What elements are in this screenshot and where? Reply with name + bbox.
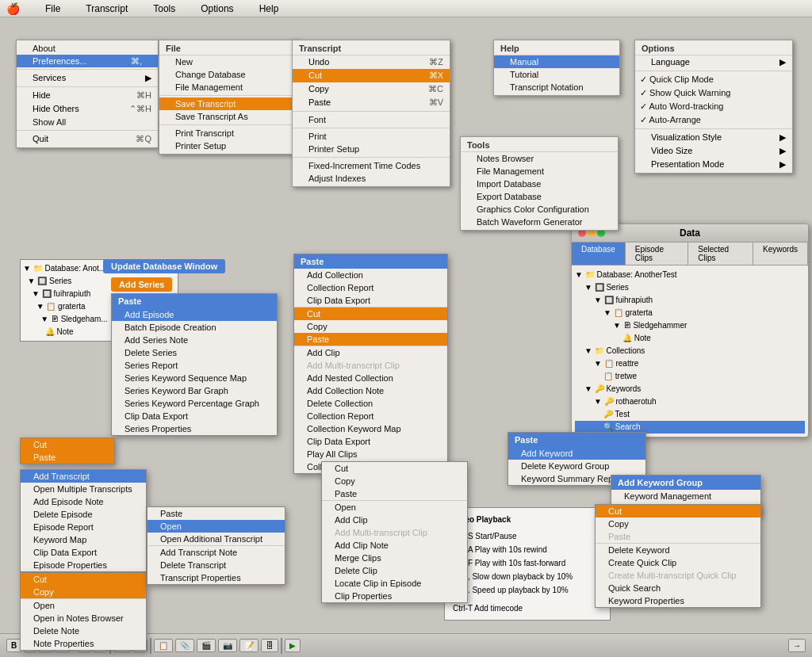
apple-menu-icon[interactable]: 🍎: [6, 2, 20, 15]
note-copy[interactable]: Copy: [21, 586, 146, 598]
collections-clip-export[interactable]: Clip Data Export: [294, 294, 447, 307]
file-save-transcript[interactable]: Save Transcript: [159, 97, 297, 110]
clip-cut[interactable]: Cut: [322, 462, 467, 475]
collections-cut[interactable]: Cut: [294, 307, 447, 320]
file-menu[interactable]: File: [39, 2, 67, 16]
options-language[interactable]: Language▶: [635, 55, 792, 69]
toolbar-film[interactable]: 🎬: [197, 639, 216, 652]
collections-paste[interactable]: Paste: [294, 333, 447, 346]
db-tree-tretwe[interactable]: 📋 tretwe: [575, 370, 805, 383]
series-add-episode[interactable]: Add Episode: [112, 308, 277, 321]
toolbar-right-arrow[interactable]: →: [788, 639, 806, 652]
episode-kw-map[interactable]: Keyword Map: [21, 533, 146, 546]
file-print[interactable]: Print Transcript: [159, 127, 297, 139]
help-manual[interactable]: Manual: [494, 55, 619, 68]
clip-open[interactable]: Open: [322, 501, 467, 514]
show-all-item[interactable]: Show All: [17, 116, 158, 128]
options-auto-word-tracking[interactable]: Auto Word-tracking: [635, 100, 792, 113]
transcript-add-note[interactable]: Add Transcript Note: [147, 546, 285, 559]
transcript-open-additional[interactable]: Open Additional Transcript: [147, 533, 285, 545]
kw-cut[interactable]: Cut: [596, 505, 760, 518]
collections-add-clip[interactable]: Add Clip: [294, 346, 447, 359]
kw-add-keyword[interactable]: Add Keyword: [508, 447, 645, 460]
clip-properties[interactable]: Clip Properties: [322, 590, 467, 602]
services-item[interactable]: Services▶: [17, 71, 158, 85]
collections-report2[interactable]: Collection Report: [294, 410, 447, 422]
kw-copy[interactable]: Copy: [596, 518, 760, 530]
episode-add-note[interactable]: Add Episode Note: [21, 495, 146, 508]
collections-add-note[interactable]: Add Collection Note: [294, 384, 447, 397]
options-presentation-mode[interactable]: Presentation Mode▶: [635, 158, 792, 171]
db-tree-graterta[interactable]: ▼ 📋 graterta: [575, 307, 805, 319]
transcript-font[interactable]: Font: [293, 113, 450, 126]
episode-properties[interactable]: Episode Properties: [21, 559, 146, 571]
episode-paste[interactable]: Paste: [21, 451, 114, 464]
note-delete[interactable]: Delete Note: [21, 625, 146, 637]
note-properties[interactable]: Note Properties: [21, 637, 146, 650]
clip-merge[interactable]: Merge Clips: [322, 552, 467, 564]
help-tutorial[interactable]: Tutorial: [494, 68, 619, 81]
toolbar-db[interactable]: 🗄: [261, 639, 278, 652]
db-tree-note[interactable]: 🔔 Note: [575, 332, 805, 345]
collections-kw-map[interactable]: Collection Keyword Map: [294, 422, 447, 435]
series-batch-episode[interactable]: Batch Episode Creation: [112, 321, 277, 334]
series-clip-export[interactable]: Clip Data Export: [112, 410, 277, 422]
collections-play-all[interactable]: Play All Clips: [294, 448, 447, 460]
options-menu[interactable]: Options: [194, 2, 239, 16]
db-tree-test[interactable]: 🔑 Test: [575, 408, 805, 421]
tools-file-mgmt[interactable]: File Management: [461, 165, 618, 178]
series-delete[interactable]: Delete Series: [112, 346, 277, 359]
file-save-as[interactable]: Save Transcript As: [159, 110, 297, 123]
transcript-menu[interactable]: Transcript: [79, 2, 134, 16]
add-series-btn[interactable]: Add Series: [111, 277, 172, 292]
tab-episode-clips[interactable]: Episode Clips: [626, 243, 688, 265]
clip-add-clip[interactable]: Add Clip: [322, 514, 467, 526]
tab-database[interactable]: Database: [572, 243, 626, 265]
toolbar-note[interactable]: 📝: [239, 639, 259, 652]
episode-add-transcript[interactable]: Add Transcript: [21, 470, 146, 483]
transcript-copy[interactable]: Copy⌘C: [293, 82, 450, 96]
hide-item[interactable]: Hide⌘H: [17, 89, 158, 102]
transcript-printer-setup[interactable]: Printer Setup: [293, 143, 450, 155]
series-properties[interactable]: Series Properties: [112, 422, 277, 435]
tab-selected-clips[interactable]: Selected Clips: [688, 243, 753, 265]
db-tree-fuihrapiuth[interactable]: ▼ 🔲 fuihrapiuth: [575, 294, 805, 307]
collections-report[interactable]: Collection Report: [294, 281, 447, 294]
note-cut[interactable]: Cut: [21, 573, 146, 586]
tools-notes-browser[interactable]: Notes Browser: [461, 152, 618, 165]
db-tree-database[interactable]: ▼ 📁 Database: AnotherTest: [575, 269, 805, 281]
options-show-quick-warning[interactable]: Show Quick Warning: [635, 86, 792, 100]
clip-add-note[interactable]: Add Clip Note: [322, 539, 467, 552]
options-video-size[interactable]: Video Size▶: [635, 144, 792, 158]
kw-management[interactable]: Keyword Management: [611, 490, 760, 502]
file-printer-setup[interactable]: Printer Setup: [159, 139, 297, 152]
transcript-paste[interactable]: Paste⌘V: [293, 96, 450, 109]
options-viz-style[interactable]: Visualization Style▶: [635, 131, 792, 144]
tools-batch-waveform[interactable]: Batch Waveform Generator: [461, 216, 618, 228]
preferences-item[interactable]: Preferences... ⌘,: [17, 55, 158, 67]
help-transcript-notation[interactable]: Transcript Notation: [494, 81, 619, 94]
transcript-delete[interactable]: Delete Transcript: [147, 559, 285, 571]
transcript-undo[interactable]: Undo⌘Z: [293, 55, 450, 69]
db-tree-rothaerotuh[interactable]: ▼ 🔑 rothaerotuh: [575, 395, 805, 408]
episode-report[interactable]: Episode Report: [21, 521, 146, 533]
kw-delete[interactable]: Delete Keyword: [596, 544, 760, 556]
options-quick-clip[interactable]: Quick Clip Mode: [635, 73, 792, 86]
clip-paste[interactable]: Paste: [322, 487, 467, 500]
db-tree-reattre[interactable]: ▼ 📋 reattre: [575, 357, 805, 370]
collections-copy[interactable]: Copy: [294, 320, 447, 333]
toolbar-play[interactable]: ▶: [285, 639, 301, 652]
tools-import-db[interactable]: Import Database: [461, 178, 618, 190]
clip-delete[interactable]: Delete Clip: [322, 564, 467, 577]
collections-delete[interactable]: Delete Collection: [294, 397, 447, 410]
clip-copy[interactable]: Copy: [322, 475, 467, 487]
kw-create-quick-clip[interactable]: Create Quick Clip: [596, 556, 760, 569]
episode-cut[interactable]: Cut: [21, 438, 114, 451]
transcript-print[interactable]: Print: [293, 130, 450, 143]
toolbar-clip1[interactable]: 📋: [154, 639, 173, 652]
note-open-notes-browser[interactable]: Open in Notes Browser: [21, 612, 146, 625]
series-kw-sequence-map[interactable]: Series Keyword Sequence Map: [112, 372, 277, 384]
collections-add-nested[interactable]: Add Nested Collection: [294, 372, 447, 384]
episode-open-multiple[interactable]: Open Multiple Transcripts: [21, 483, 146, 495]
transcript-fixed-time[interactable]: Fixed-Increment Time Codes: [293, 159, 450, 172]
